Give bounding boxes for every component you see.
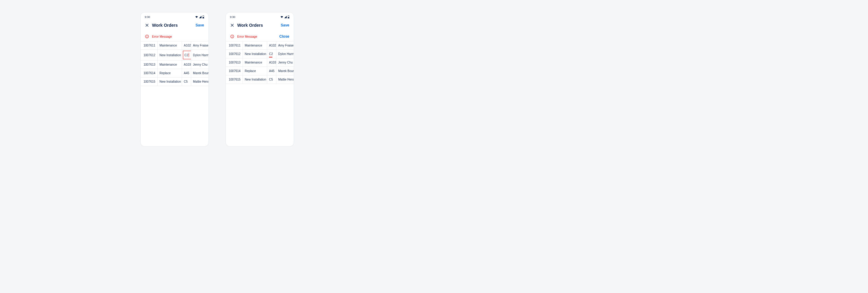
cell-location[interactable]: C5 xyxy=(182,77,191,86)
battery-icon xyxy=(203,15,204,19)
cell-assignee[interactable]: Dylon Harmon xyxy=(191,50,209,61)
cell-location[interactable]: A45 xyxy=(267,67,276,75)
table-row[interactable]: 1007615 New Installation C5 Mattie Henso… xyxy=(226,75,294,84)
cell-type[interactable]: Replace xyxy=(158,69,182,77)
cell-assignee[interactable]: Mattie Henson xyxy=(276,75,294,84)
cell-id[interactable]: 1007611 xyxy=(226,41,243,50)
phone-frame-1: 9:30 Work Orders Save xyxy=(140,12,209,147)
work-orders-table: 1007611 Maintenance A102 Amy Fraiser 100… xyxy=(141,41,209,86)
cell-assignee[interactable]: Dylon Harmon xyxy=(276,50,294,58)
wifi-icon xyxy=(280,16,283,18)
page-title: Work Orders xyxy=(238,23,281,28)
cell-location[interactable]: A102 xyxy=(182,41,191,50)
status-bar: 9:30 xyxy=(141,12,209,20)
alert-icon xyxy=(230,34,234,39)
work-orders-table: 1007611 Maintenance A102 Amy Fraiser 100… xyxy=(226,41,294,84)
cell-assignee[interactable]: Marek Bourne xyxy=(276,67,294,75)
table-row[interactable]: 1007611 Maintenance A102 Amy Fraiser xyxy=(226,41,294,50)
cell-type[interactable]: New Installation xyxy=(158,77,182,86)
cell-type[interactable]: Replace xyxy=(243,67,267,75)
cell-id[interactable]: 1007614 xyxy=(226,67,243,75)
cell-location[interactable]: C5 xyxy=(267,75,276,84)
phone-frame-2: 9:30 Work Orders Save xyxy=(225,12,294,147)
signal-icon xyxy=(284,16,287,18)
close-button[interactable]: Close xyxy=(279,34,289,39)
wifi-icon xyxy=(195,16,198,18)
cell-type[interactable]: Maintenance xyxy=(158,41,182,50)
cell-assignee[interactable]: Jenny Chu xyxy=(276,58,294,67)
cell-type[interactable]: Maintenance xyxy=(243,58,267,67)
signal-icon xyxy=(199,16,202,18)
error-text: Error Message xyxy=(152,35,204,38)
cell-type[interactable]: Maintenance xyxy=(158,61,182,69)
cell-assignee[interactable]: Jenny Chu xyxy=(191,61,209,69)
svg-rect-10 xyxy=(288,15,289,16)
status-time: 9:30 xyxy=(145,15,150,19)
cell-assignee[interactable]: Mattie Henson xyxy=(191,77,209,86)
cell-id[interactable]: 1007611 xyxy=(141,41,158,50)
table-row[interactable]: 1007613 Maintenance A103 Jenny Chu xyxy=(226,58,294,67)
app-bar: Work Orders Save xyxy=(141,20,209,32)
page-title: Work Orders xyxy=(152,23,196,28)
cell-id[interactable]: 1007615 xyxy=(141,77,158,86)
error-banner: Error Message Close xyxy=(226,32,294,41)
cell-assignee[interactable]: Amy Fraiser xyxy=(276,41,294,50)
alert-icon xyxy=(145,34,149,39)
cell-id[interactable]: 1007614 xyxy=(141,69,158,77)
cell-type[interactable]: New Installation xyxy=(243,50,267,58)
cell-location[interactable]: A45 xyxy=(182,69,191,77)
table-row[interactable]: 1007612 New Installation C2 Dylon Harmon xyxy=(141,50,209,61)
save-button[interactable]: Save xyxy=(195,23,204,27)
cell-id[interactable]: 1007612 xyxy=(226,50,243,58)
cell-id[interactable]: 1007613 xyxy=(226,58,243,67)
cell-type[interactable]: New Installation xyxy=(243,75,267,84)
cell-assignee[interactable]: Marek Bourne xyxy=(191,69,209,77)
cell-location[interactable]: A103 xyxy=(182,61,191,69)
svg-rect-9 xyxy=(288,17,289,18)
cell-location-input[interactable]: C2 xyxy=(182,50,191,61)
cell-location[interactable]: A102 xyxy=(267,41,276,50)
svg-point-7 xyxy=(147,37,147,37)
save-button[interactable]: Save xyxy=(281,23,289,27)
svg-rect-2 xyxy=(203,15,204,16)
table-row[interactable]: 1007612 New Installation C2 Dylon Harmon xyxy=(226,50,294,58)
cell-assignee[interactable]: Amy Fraiser xyxy=(191,41,209,50)
table-row[interactable]: 1007613 Maintenance A103 Jenny Chu xyxy=(141,61,209,69)
table-row[interactable]: 1007614 Replace A45 Marek Bourne xyxy=(141,69,209,77)
close-icon[interactable] xyxy=(230,23,234,27)
svg-point-15 xyxy=(232,37,232,37)
cell-type[interactable]: New Installation xyxy=(158,50,182,61)
error-text: Error Message xyxy=(238,35,276,38)
table-row[interactable]: 1007611 Maintenance A102 Amy Fraiser xyxy=(141,41,209,50)
cell-id[interactable]: 1007612 xyxy=(141,50,158,61)
table-row[interactable]: 1007615 New Installation C5 Mattie Henso… xyxy=(141,77,209,86)
cell-location-error[interactable]: C2 xyxy=(267,50,276,58)
battery-icon xyxy=(288,15,289,19)
status-time: 9:30 xyxy=(230,15,236,19)
cell-type[interactable]: Maintenance xyxy=(243,41,267,50)
table-row[interactable]: 1007614 Replace A45 Marek Bourne xyxy=(226,67,294,75)
error-banner: Error Message xyxy=(141,32,209,41)
svg-rect-1 xyxy=(203,17,204,18)
cell-location[interactable]: A103 xyxy=(267,58,276,67)
status-bar: 9:30 xyxy=(226,12,294,20)
close-icon[interactable] xyxy=(145,23,149,27)
app-bar: Work Orders Save xyxy=(226,20,294,32)
cell-id[interactable]: 1007613 xyxy=(141,61,158,69)
cell-id[interactable]: 1007615 xyxy=(226,75,243,84)
